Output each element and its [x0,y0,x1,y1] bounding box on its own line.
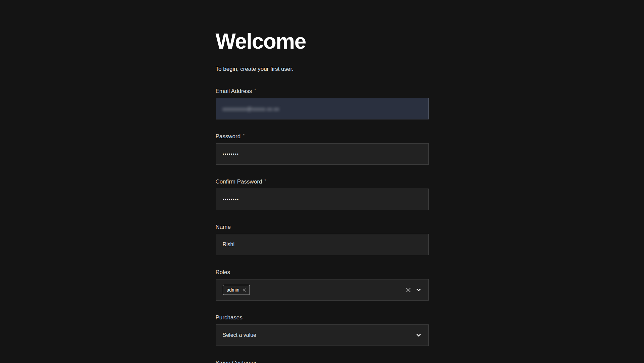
chevron-down-icon[interactable] [416,287,422,293]
page-subtitle: To begin, create your first user. [216,65,429,73]
required-asterisk: * [264,179,266,183]
name-field-group: Name [216,224,429,255]
remove-tag-icon[interactable] [243,288,246,292]
name-field[interactable] [216,234,429,255]
purchases-placeholder: Select a value [223,332,257,338]
stripe-customer-label-text: Stripe Customer [216,360,257,363]
name-label-text: Name [216,224,231,230]
password-field[interactable] [216,143,429,165]
confirm-password-label-text: Confirm Password [216,179,262,185]
stripe-customer-label: Stripe Customer [216,360,429,363]
confirm-password-field[interactable] [216,189,429,210]
role-chip-label: admin [227,287,239,293]
page-title: Welcome [216,29,429,54]
password-label: Password * [216,134,429,140]
password-label-text: Password [216,134,241,140]
email-value-redacted: xxxxxxxxx@xxxxx.xx.xx [223,106,279,112]
confirm-password-field-group: Confirm Password * [216,179,429,210]
name-label: Name [216,224,429,230]
email-label-text: Email Address [216,88,252,94]
password-field-group: Password * [216,134,429,165]
roles-field-group: Roles admin [216,269,429,301]
email-field[interactable]: xxxxxxxxx@xxxxx.xx.xx [216,98,429,119]
role-chip-admin[interactable]: admin [223,285,250,295]
clear-icon[interactable] [406,287,411,293]
roles-label-text: Roles [216,269,230,275]
roles-multiselect[interactable]: admin [216,279,429,301]
purchases-field-group: Purchases Select a value [216,315,429,346]
email-label: Email Address * [216,88,429,94]
purchases-label-text: Purchases [216,315,243,321]
purchases-label: Purchases [216,315,429,321]
email-field-group: Email Address * xxxxxxxxx@xxxxx.xx.xx [216,88,429,119]
stripe-customer-field-group: Stripe Customer [216,360,429,363]
required-asterisk: * [243,134,245,138]
chevron-down-icon[interactable] [416,332,422,338]
create-first-user-panel: Welcome To begin, create your first user… [216,0,429,363]
roles-label: Roles [216,269,429,275]
required-asterisk: * [254,88,256,92]
confirm-password-label: Confirm Password * [216,179,429,185]
purchases-select[interactable]: Select a value [216,324,429,346]
